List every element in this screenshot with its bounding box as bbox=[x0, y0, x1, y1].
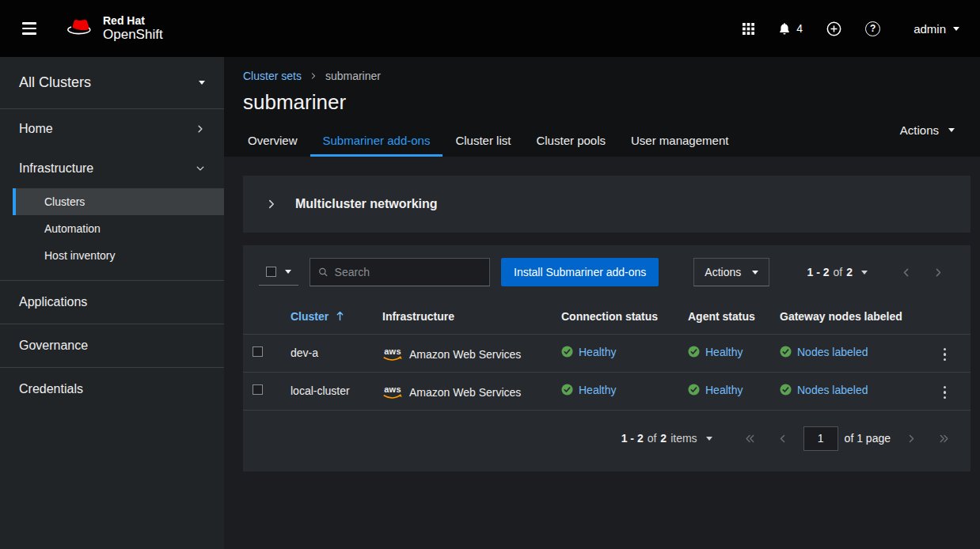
row-checkbox[interactable] bbox=[253, 346, 263, 357]
check-circle-icon bbox=[561, 384, 573, 396]
cluster-name: dev-a bbox=[281, 334, 373, 372]
infrastructure-label: Amazon Web Services bbox=[409, 348, 521, 361]
search-icon bbox=[318, 267, 329, 278]
column-header-cluster[interactable]: Cluster bbox=[281, 299, 373, 334]
sidebar-item-home[interactable]: Home bbox=[0, 109, 224, 149]
username: admin bbox=[914, 22, 946, 36]
last-page-button[interactable] bbox=[928, 429, 961, 449]
search-input[interactable] bbox=[335, 266, 481, 278]
page-actions-dropdown[interactable]: Actions bbox=[900, 123, 955, 137]
cluster-switcher-label: All Clusters bbox=[19, 74, 91, 91]
chevron-right-icon[interactable] bbox=[256, 188, 287, 220]
check-circle-icon bbox=[688, 346, 700, 358]
row-checkbox[interactable] bbox=[253, 384, 263, 395]
sidebar-item-clusters[interactable]: Clusters bbox=[13, 188, 224, 215]
plus-circle-icon bbox=[826, 21, 841, 36]
chevron-right-icon bbox=[196, 124, 205, 134]
app-grid-icon bbox=[743, 23, 754, 35]
caret-down-icon bbox=[861, 271, 868, 274]
page-header: Cluster sets submariner submariner Actio… bbox=[224, 57, 980, 157]
sort-ascending-icon bbox=[336, 311, 344, 321]
sidebar-item-infrastructure[interactable]: Infrastructure bbox=[0, 149, 224, 188]
agent-status[interactable]: Healthy bbox=[688, 384, 743, 396]
column-header-agent-status: Agent status bbox=[678, 299, 770, 334]
bulk-select-checkbox[interactable] bbox=[266, 267, 276, 277]
first-page-button[interactable] bbox=[733, 429, 766, 449]
cluster-switcher[interactable]: All Clusters bbox=[0, 57, 224, 109]
column-header-actions bbox=[928, 299, 971, 334]
double-chevron-left-icon bbox=[744, 434, 755, 444]
nav-toggle-button[interactable] bbox=[14, 14, 44, 43]
sidebar-item-credentials[interactable]: Credentials bbox=[0, 367, 224, 411]
row-kebab-menu[interactable] bbox=[937, 381, 952, 403]
check-circle-icon bbox=[780, 346, 792, 358]
previous-page-button[interactable] bbox=[766, 429, 799, 449]
bottom-pagination: 1 - 2 of 2 items of 1 bbox=[243, 411, 971, 471]
caret-down-icon bbox=[953, 27, 959, 31]
redhat-fedora-icon bbox=[65, 17, 95, 39]
chevron-right-icon bbox=[310, 72, 317, 80]
row-kebab-menu[interactable] bbox=[937, 343, 952, 365]
breadcrumb-current: submariner bbox=[325, 70, 381, 82]
double-chevron-right-icon bbox=[939, 434, 950, 444]
sidebar-item-governance[interactable]: Governance bbox=[0, 324, 224, 367]
tab-overview[interactable]: Overview bbox=[243, 126, 310, 157]
aws-icon: aws bbox=[382, 385, 403, 399]
top-pagination-menu[interactable]: 1 - 2 of 2 bbox=[807, 266, 868, 278]
tab-user-management[interactable]: User management bbox=[618, 126, 741, 157]
tab-submariner-add-ons[interactable]: Submariner add-ons bbox=[310, 126, 443, 157]
column-header-infrastructure: Infrastructure bbox=[373, 299, 552, 334]
help-button[interactable]: ? bbox=[857, 15, 888, 43]
table-row: dev-a aws Amazon Web Services bbox=[243, 334, 971, 372]
brand-line2: OpenShift bbox=[103, 27, 163, 43]
tab-cluster-pools[interactable]: Cluster pools bbox=[523, 126, 618, 157]
bell-icon bbox=[778, 22, 791, 35]
chevron-down-icon bbox=[196, 164, 205, 173]
tab-cluster-list[interactable]: Cluster list bbox=[443, 126, 523, 157]
check-circle-icon bbox=[561, 346, 573, 358]
chevron-right-icon bbox=[906, 434, 917, 444]
multicluster-networking-expander[interactable]: Multicluster networking bbox=[243, 176, 971, 233]
bulk-select-dropdown[interactable] bbox=[259, 259, 298, 286]
sidebar-item-host-inventory[interactable]: Host inventory bbox=[13, 242, 224, 269]
search-box bbox=[310, 258, 490, 286]
table-row: local-cluster aws Amazon Web Services bbox=[243, 372, 971, 410]
column-header-connection-status: Connection status bbox=[552, 299, 678, 334]
notification-count-badge: 4 bbox=[796, 22, 803, 35]
previous-page-button[interactable] bbox=[890, 263, 922, 282]
notifications-button[interactable]: 4 bbox=[770, 16, 811, 41]
gateway-nodes-status[interactable]: Nodes labeled bbox=[780, 384, 868, 396]
items-per-page-menu[interactable]: 1 - 2 of 2 items bbox=[621, 432, 712, 445]
install-submariner-button[interactable]: Install Submariner add-ons bbox=[501, 258, 659, 286]
caret-down-icon bbox=[706, 437, 712, 441]
breadcrumb-cluster-sets-link[interactable]: Cluster sets bbox=[243, 70, 302, 82]
gateway-nodes-status[interactable]: Nodes labeled bbox=[780, 346, 868, 358]
table-header-row: Cluster Infrastructure Connection status… bbox=[243, 299, 971, 334]
current-page-input[interactable] bbox=[803, 426, 838, 451]
user-menu[interactable]: admin bbox=[914, 22, 959, 36]
next-page-button[interactable] bbox=[922, 263, 955, 282]
app-launcher-button[interactable] bbox=[735, 17, 762, 41]
sidebar-item-automation[interactable]: Automation bbox=[13, 215, 224, 242]
header-checkbox-cell bbox=[243, 299, 281, 334]
tabs: Overview Submariner add-ons Cluster list… bbox=[243, 126, 958, 157]
chevron-left-icon bbox=[901, 267, 911, 278]
page-title: submariner bbox=[243, 90, 958, 115]
check-circle-icon bbox=[780, 384, 792, 396]
quick-create-button[interactable] bbox=[819, 15, 849, 43]
table-actions-dropdown[interactable]: Actions bbox=[693, 258, 769, 286]
brand-logo[interactable]: Red Hat OpenShift bbox=[65, 14, 163, 43]
agent-status[interactable]: Healthy bbox=[688, 346, 743, 358]
page-count-label: of 1 page bbox=[845, 432, 891, 445]
caret-down-icon bbox=[948, 128, 955, 132]
sidebar-item-applications[interactable]: Applications bbox=[0, 280, 224, 324]
brand-line1: Red Hat bbox=[103, 14, 163, 27]
help-icon: ? bbox=[865, 21, 880, 36]
connection-status[interactable]: Healthy bbox=[561, 346, 616, 358]
connection-status[interactable]: Healthy bbox=[561, 384, 616, 396]
caret-down-icon bbox=[199, 81, 205, 85]
caret-down-icon bbox=[752, 271, 758, 274]
check-circle-icon bbox=[688, 384, 700, 396]
submariner-table-card: Install Submariner add-ons Actions 1 - 2… bbox=[243, 245, 971, 471]
next-page-button[interactable] bbox=[895, 429, 928, 449]
